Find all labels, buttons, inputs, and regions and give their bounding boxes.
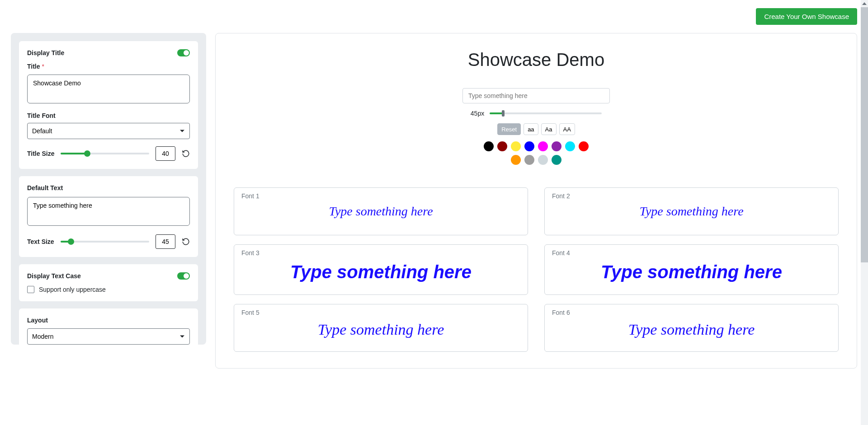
color-swatch[interactable] [484,141,494,151]
preview-controls: 45px Reset aa Aa AA [234,88,839,165]
title-size-slider[interactable] [61,153,149,154]
display-text-case-label: Display Text Case [27,272,81,280]
panel-text-case: Display Text Case Support only uppercase [19,264,198,301]
text-size-label: Text Size [27,238,54,245]
color-swatch[interactable] [524,155,534,165]
font-card[interactable]: Font 4Type something here [544,244,839,295]
font-sample: Type something here [552,260,831,284]
default-text-input[interactable] [27,197,190,226]
scroll-thumb[interactable] [861,7,868,262]
preview-text-input[interactable] [462,88,610,103]
case-aa-button[interactable]: aa [524,123,538,135]
font-sample: Type something here [241,203,520,220]
font-sample: Type something here [241,320,520,340]
support-uppercase-label: Support only uppercase [39,286,106,293]
color-swatch[interactable] [524,141,534,151]
case-AA-button[interactable]: AA [559,123,575,135]
reset-icon[interactable] [182,149,190,158]
top-bar: Create Your Own Showcase [0,0,868,25]
preview-title: Showcase Demo [234,50,839,70]
font-card-label: Font 2 [552,192,831,200]
font-sample: Type something here [241,260,520,284]
reset-icon[interactable] [182,238,190,246]
layout-select[interactable]: Modern [27,328,190,345]
preview-area: Showcase Demo 45px Reset aa Aa AA Fon [215,33,857,369]
display-text-case-toggle[interactable] [177,272,190,280]
color-swatch[interactable] [538,141,548,151]
px-size-slider[interactable] [490,112,602,114]
text-size-input[interactable] [156,234,175,249]
color-swatch[interactable] [552,155,561,165]
color-swatch[interactable] [511,141,521,151]
color-palette [484,141,589,165]
color-swatch[interactable] [579,141,589,151]
font-sample: Type something here [552,203,831,220]
sidebar: Display Title Title * Title Font Default… [11,33,206,345]
title-size-label: Title Size [27,150,54,157]
default-text-label: Default Text [27,184,190,191]
font-card-label: Font 5 [241,309,520,316]
font-card[interactable]: Font 6Type something here [544,304,839,352]
font-card-label: Font 3 [241,249,520,257]
title-size-input[interactable] [156,146,175,161]
case-buttons: Reset aa Aa AA [497,123,575,135]
main-layout: Display Title Title * Title Font Default… [0,25,868,377]
font-card-label: Font 4 [552,249,831,257]
layout-label: Layout [27,317,190,324]
title-font-label: Title Font [27,112,190,119]
create-showcase-button[interactable]: Create Your Own Showcase [756,8,857,25]
font-grid: Font 1Type something hereFont 2Type some… [234,187,839,352]
panel-layout: Layout Modern Theme [19,308,198,345]
font-card[interactable]: Font 3Type something here [234,244,528,295]
case-reset-button[interactable]: Reset [497,123,521,135]
panel-title: Display Title Title * Title Font Default… [19,41,198,169]
font-card[interactable]: Font 1Type something here [234,187,528,235]
display-title-toggle[interactable] [177,49,190,56]
display-title-label: Display Title [27,49,64,56]
font-card[interactable]: Font 5Type something here [234,304,528,352]
support-uppercase-checkbox[interactable] [27,286,34,293]
text-size-slider[interactable] [61,241,149,243]
px-size-label: 45px [471,110,484,117]
title-input[interactable] [27,75,190,103]
color-swatch[interactable] [552,141,561,151]
required-indicator: * [42,63,44,70]
font-card-label: Font 1 [241,192,520,200]
title-label: Title [27,63,40,70]
font-card[interactable]: Font 2Type something here [544,187,839,235]
color-swatch[interactable] [538,155,548,165]
color-swatch[interactable] [497,141,507,151]
case-Aa-button[interactable]: Aa [541,123,557,135]
font-sample: Type something here [552,320,831,340]
scroll-up-icon [861,0,868,7]
panel-default-text: Default Text Text Size [19,176,198,257]
color-swatch[interactable] [511,155,521,165]
title-font-select[interactable]: Default [27,123,190,139]
font-card-label: Font 6 [552,309,831,316]
page-scrollbar[interactable] [861,0,868,377]
color-swatch[interactable] [565,141,575,151]
